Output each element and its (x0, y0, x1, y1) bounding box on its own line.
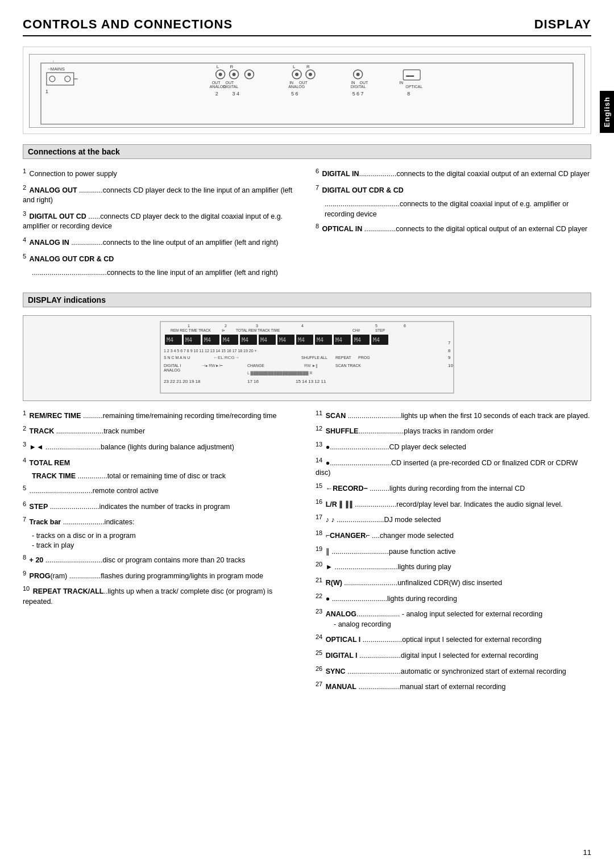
svg-text:M4: M4 (204, 337, 211, 343)
conn-item-5: 5 ANALOG OUT CDR & CD (23, 252, 298, 265)
disp-item-10: 10 REPEAT TRACK/ALL..lights up when a tr… (23, 585, 298, 607)
disp-item-11: 11 SCAN ...........................light… (316, 409, 591, 422)
svg-text:L ▓▓▓▓▓▓▓▓▓▓▓▓▓▓▓▓▓▓▓▓ R: L ▓▓▓▓▓▓▓▓▓▓▓▓▓▓▓▓▓▓▓▓ R (247, 371, 313, 375)
svg-text:⊣● RW►⊢: ⊣● RW►⊢ (202, 364, 223, 368)
svg-text:9: 9 (448, 355, 451, 360)
back-diagram: ~MAINS 1 L R OUT OUT ANALOG DIGITAL 2 (29, 54, 585, 128)
disp-item-17: 17 ♪ ♪ ........................DJ mode s… (316, 513, 591, 525)
svg-text:M4: M4 (298, 337, 305, 343)
display-section: DISPLAY indications 1 2 3 4 5 6 REM REC … (23, 293, 591, 696)
disp-item-7: 7 Track bar .....................indicat… (23, 515, 298, 528)
svg-text:M4: M4 (223, 337, 230, 343)
connections-grid: 1 Connection to power supply 2 ANALOG OU… (23, 167, 591, 281)
svg-point-14 (247, 73, 251, 76)
svg-text:▬▬: ▬▬ (406, 73, 414, 77)
svg-text:SCAN TRACK: SCAN TRACK (335, 364, 361, 368)
conn-item-2: 2 ANALOG OUT ............connects CD pla… (23, 183, 298, 206)
display-right-col: 11 SCAN ...........................light… (316, 409, 591, 696)
svg-text:S N C M A N U: S N C M A N U (164, 356, 190, 360)
svg-text:10: 10 (448, 363, 453, 368)
svg-text:L: L (293, 64, 296, 69)
svg-text:R: R (230, 64, 234, 69)
svg-text:4: 4 (301, 324, 304, 328)
back-diagram-svg: ~MAINS 1 L R OUT OUT ANALOG DIGITAL 2 (35, 60, 579, 128)
svg-text:ANALOG: ANALOG (164, 368, 180, 372)
conn-num-4: 4 (23, 236, 26, 243)
svg-text:IN: IN (289, 81, 293, 85)
svg-text:STEP: STEP (375, 328, 385, 332)
svg-text:CHANGE: CHANGE (247, 364, 264, 368)
svg-text:CH#: CH# (352, 328, 360, 332)
back-diagram-container: ~MAINS 1 L R OUT OUT ANALOG DIGITAL 2 (23, 47, 591, 134)
disp-item-1: 1 REM/REC TIME ..........remaining time/… (23, 409, 298, 422)
svg-text:←EL:RCG→: ←EL:RCG→ (213, 355, 239, 360)
disp-item-18: 18 ⌐CHANGER⌐ ....changer mode selected (316, 529, 591, 541)
disp-item-26: 26 SYNC ...........................autom… (316, 665, 591, 677)
svg-text:M4: M4 (317, 337, 323, 343)
display-diagram-svg: 1 2 3 4 5 6 REM REC TIME TRACK ⊳ TOTAL R… (28, 320, 586, 394)
conn-item-3: 3 DIGITAL OUT CD ......connects CD playe… (23, 210, 298, 232)
svg-text:23  22 21 20 19 18: 23 22 21 20 19 18 (164, 379, 201, 384)
conn-num-5: 5 (23, 253, 26, 260)
disp-item-23: 23 ANALOG...................... - analog… (316, 607, 591, 629)
conn-item-6: 6 DIGITAL IN...................connects … (316, 167, 591, 180)
svg-point-32 (356, 73, 360, 76)
svg-text:IN: IN (399, 81, 403, 85)
svg-text:R: R (306, 64, 310, 69)
svg-text:7: 7 (448, 340, 451, 345)
svg-text:5: 5 (375, 324, 377, 328)
svg-point-3 (49, 76, 55, 82)
svg-text:M4: M4 (335, 337, 342, 343)
svg-text:8: 8 (407, 91, 410, 97)
svg-text:3: 3 (256, 324, 258, 328)
connections-right-col: 6 DIGITAL IN...................connects … (316, 167, 591, 281)
conn-num-2: 2 (23, 184, 26, 191)
svg-text:OUT: OUT (226, 81, 234, 85)
svg-text:2: 2 (215, 91, 218, 97)
svg-text:M4: M4 (167, 337, 173, 343)
connections-left-col: 1 Connection to power supply 2 ANALOG OU… (23, 167, 298, 281)
svg-point-26 (309, 73, 312, 76)
disp-item-6: 6 STEP .........................indicate… (23, 500, 298, 512)
svg-text:8: 8 (448, 348, 451, 353)
svg-text:3  4: 3 4 (233, 91, 239, 97)
svg-text:REPEAT: REPEAT (335, 356, 351, 360)
svg-text:OUT: OUT (299, 81, 308, 85)
disp-item-22: 22 ● ............................lights … (316, 592, 591, 604)
disp-item-12: 12 SHUFFLE.......................plays t… (316, 424, 591, 437)
disp-item-19: 19 ‖ .............................pause … (316, 545, 591, 557)
header-right-title: DISPLAY (534, 17, 591, 32)
disp-indent-4: TRACK TIME ...............total or remai… (23, 471, 298, 482)
svg-text:DIGITAL I: DIGITAL I (164, 364, 181, 368)
svg-text:SHUFFLE ALL: SHUFFLE ALL (301, 356, 327, 360)
svg-text:~MAINS: ~MAINS (48, 66, 65, 72)
conn-num-7: 7 (316, 184, 319, 191)
conn-indent-5: ......................................co… (23, 268, 298, 278)
svg-text:5    6    7: 5 6 7 (352, 91, 364, 97)
disp-item-14: 14 ●...............................CD in… (316, 456, 591, 478)
conn-num-3: 3 (23, 210, 26, 217)
svg-text:⊳: ⊳ (222, 328, 225, 332)
disp-item-16: 16 L/R ‖ ‖‖ .....................record/… (316, 498, 591, 510)
svg-text:IN: IN (351, 81, 355, 85)
svg-point-4 (65, 76, 70, 82)
svg-text:17  16: 17 16 (247, 379, 259, 384)
svg-text:DIGITAL: DIGITAL (351, 85, 366, 89)
conn-indent-7: ......................................co… (316, 199, 591, 219)
svg-text:M4: M4 (354, 337, 361, 343)
disp-item-5: 5 ................................remote… (23, 484, 298, 496)
svg-text:M4: M4 (185, 337, 192, 343)
svg-text:1 2 3 4 5 6 7 8 9 10 11 12 13 : 1 2 3 4 5 6 7 8 9 10 11 12 13 14 15 16 1… (164, 349, 257, 353)
display-heading: DISPLAY indications (23, 293, 591, 307)
svg-text:15 14 13 12 11: 15 14 13 12 11 (296, 379, 326, 384)
display-items-grid: 1 REM/REC TIME ..........remaining time/… (23, 409, 591, 696)
page-number: 11 (583, 848, 591, 857)
svg-text:PROG: PROG (358, 356, 370, 360)
connections-heading: Connections at the back (23, 144, 591, 159)
disp-item-20: 20 ► ................................lig… (316, 560, 591, 573)
conn-item-8: 8 OPTICAL IN ................connects to… (316, 222, 591, 235)
svg-point-9 (219, 73, 222, 76)
svg-text:M4: M4 (373, 337, 380, 343)
conn-num-6: 6 (316, 168, 319, 174)
disp-item-9: 9 PROG(ram) ................flashes duri… (23, 569, 298, 582)
